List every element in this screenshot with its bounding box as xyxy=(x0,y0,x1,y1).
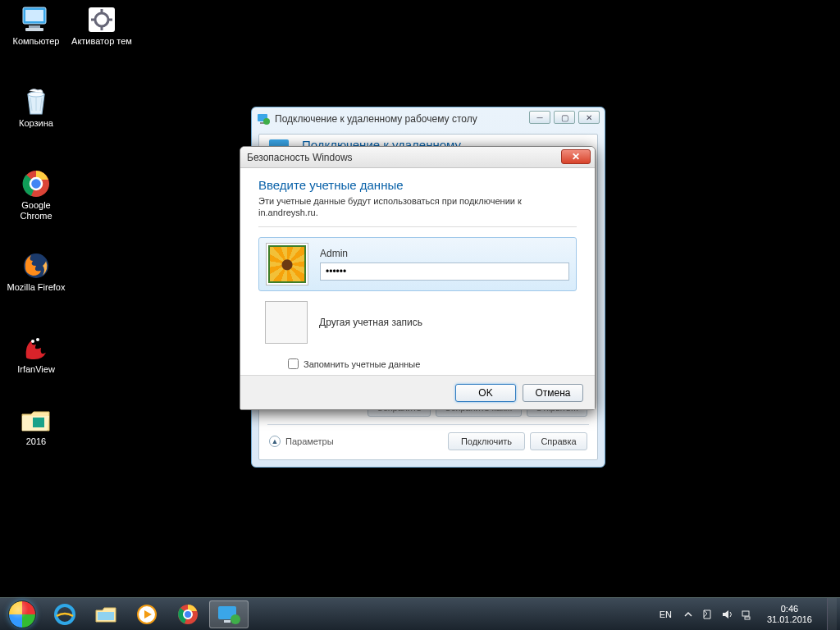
tray-chevron-icon[interactable] xyxy=(683,609,693,619)
rdp-icon xyxy=(217,604,241,625)
username-label: Admin xyxy=(320,248,569,259)
desktop-icon-recycle[interactable]: Корзина xyxy=(5,87,67,129)
svg-point-15 xyxy=(36,338,39,341)
security-dialog: Безопасность Windows ✕ Введите учетные д… xyxy=(240,146,596,410)
taskbar-ie[interactable] xyxy=(45,600,84,628)
svg-point-10 xyxy=(28,92,44,97)
icon-label: Mozilla Firefox xyxy=(5,282,67,293)
ie-icon xyxy=(53,603,76,626)
remember-credentials[interactable]: Запомнить учетные данные xyxy=(288,358,577,369)
tray-network-icon[interactable] xyxy=(741,609,752,620)
icon-label: Компьютер xyxy=(5,36,67,47)
remember-checkbox[interactable] xyxy=(288,358,299,369)
security-titlebar[interactable]: Безопасность Windows xyxy=(240,147,595,168)
svg-rect-2 xyxy=(29,25,40,28)
svg-point-31 xyxy=(231,614,240,624)
rdp-bottom-bar: ▲ Параметры Подключить Справка xyxy=(259,430,597,453)
avatar xyxy=(266,243,308,285)
separator xyxy=(258,226,577,227)
svg-point-14 xyxy=(31,340,34,343)
security-description: Эти учетные данные будут использоваться … xyxy=(258,195,577,218)
folder-icon xyxy=(20,405,52,435)
minimize-button[interactable]: ─ xyxy=(529,111,550,124)
gear-icon xyxy=(85,5,118,34)
svg-rect-1 xyxy=(25,10,43,21)
icon-label: IrfanView xyxy=(5,364,67,375)
security-body: Введите учетные данные Эти учетные данны… xyxy=(240,168,595,369)
desktop-icon-firefox[interactable]: Mozilla Firefox xyxy=(5,251,67,293)
desktop-icon-folder-2016[interactable]: 2016 xyxy=(5,405,67,447)
wmp-icon xyxy=(136,604,158,625)
desktop-icon-activator[interactable]: Активатор тем xyxy=(71,5,133,47)
tray-volume-icon[interactable] xyxy=(721,609,733,620)
svg-rect-3 xyxy=(25,28,43,31)
window-buttons: ─ ▢ ✕ xyxy=(529,111,600,124)
password-input[interactable] xyxy=(320,262,569,281)
flower-icon xyxy=(268,245,306,283)
desktop-icon-computer[interactable]: Компьютер xyxy=(5,5,67,47)
svg-point-12 xyxy=(30,178,42,189)
tray-action-center-icon[interactable] xyxy=(701,609,713,620)
taskbar-explorer[interactable] xyxy=(86,600,126,628)
desktop-icon-chrome[interactable]: Google Chrome xyxy=(5,169,67,221)
folder-icon xyxy=(94,605,117,624)
computer-icon xyxy=(20,5,52,34)
chevron-up-icon: ▲ xyxy=(269,436,281,447)
svg-rect-33 xyxy=(745,617,750,619)
language-indicator[interactable]: EN xyxy=(656,608,675,621)
remember-label: Запомнить учетные данные xyxy=(304,359,420,369)
tray-clock[interactable]: 0:46 31.01.2016 xyxy=(760,604,819,625)
credential-tile-other[interactable]: Другая учетная запись xyxy=(258,296,577,349)
desktop: Компьютер Активатор тем Корзина Google C… xyxy=(0,0,840,630)
desktop-icon-irfanview[interactable]: IrfanView xyxy=(5,333,67,375)
icon-label: Активатор тем xyxy=(71,36,133,47)
svg-rect-30 xyxy=(224,620,231,623)
taskbar-wmp[interactable] xyxy=(127,600,167,628)
svg-point-28 xyxy=(184,610,192,619)
cancel-button[interactable]: Отмена xyxy=(523,384,583,402)
close-icon: ✕ xyxy=(572,151,580,162)
avatar-blank xyxy=(265,301,308,344)
icon-label: Google Chrome xyxy=(5,200,67,221)
connect-button[interactable]: Подключить xyxy=(448,432,525,450)
security-footer: OK Отмена xyxy=(240,375,595,409)
maximize-button[interactable]: ▢ xyxy=(554,111,575,124)
close-button[interactable]: ✕ xyxy=(561,149,591,164)
security-title: Безопасность Windows xyxy=(247,152,353,163)
system-tray: EN 0:46 31.01.2016 xyxy=(653,598,840,631)
tray-time: 0:46 xyxy=(767,604,812,614)
rdp-icon xyxy=(257,112,270,126)
show-desktop-button[interactable] xyxy=(827,598,837,631)
svg-rect-24 xyxy=(98,612,114,620)
security-heading: Введите учетные данные xyxy=(258,178,577,192)
close-button[interactable]: ✕ xyxy=(578,111,600,124)
taskbar-rdp[interactable] xyxy=(209,600,249,628)
tray-date: 31.01.2016 xyxy=(767,614,812,625)
firefox-icon xyxy=(20,251,52,281)
taskbar-chrome[interactable] xyxy=(168,600,208,628)
params-label: Параметры xyxy=(285,436,334,446)
taskbar: EN 0:46 31.01.2016 xyxy=(0,597,840,630)
svg-rect-16 xyxy=(33,418,44,427)
separator xyxy=(267,424,589,425)
chrome-icon xyxy=(177,604,199,625)
rdp-title: Подключение к удаленному рабочему столу xyxy=(275,113,477,125)
icon-label: 2016 xyxy=(5,436,67,447)
windows-orb-icon xyxy=(8,600,36,628)
help-button[interactable]: Справка xyxy=(530,432,587,450)
irfanview-icon xyxy=(20,333,52,363)
start-button[interactable] xyxy=(0,598,44,631)
other-account-label: Другая учетная запись xyxy=(319,317,422,328)
params-toggle[interactable]: ▲ Параметры xyxy=(269,436,334,447)
ok-button[interactable]: OK xyxy=(455,384,516,402)
svg-rect-32 xyxy=(742,611,749,616)
icon-label: Корзина xyxy=(5,118,67,129)
credential-tile-admin[interactable]: Admin xyxy=(258,237,577,291)
chrome-icon xyxy=(20,169,52,199)
svg-point-19 xyxy=(263,118,270,125)
recycle-bin-icon xyxy=(20,87,52,116)
